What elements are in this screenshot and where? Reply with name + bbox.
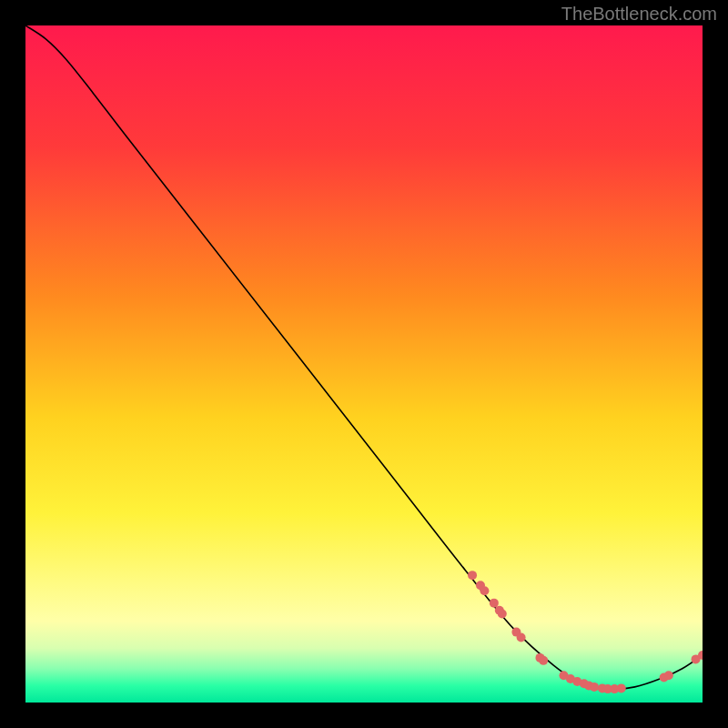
data-marker (517, 633, 526, 642)
data-marker (590, 682, 599, 692)
data-marker (539, 656, 548, 665)
data-marker (490, 599, 499, 608)
data-marker (617, 683, 626, 693)
data-marker (664, 671, 673, 680)
marker-group (468, 571, 703, 693)
attribution-text: TheBottleneck.com (561, 4, 717, 25)
bottleneck-curve (25, 25, 703, 689)
data-marker (480, 586, 489, 595)
data-marker (498, 610, 507, 619)
data-marker (468, 571, 477, 580)
curve-layer (25, 25, 703, 703)
plot-area (25, 25, 703, 703)
